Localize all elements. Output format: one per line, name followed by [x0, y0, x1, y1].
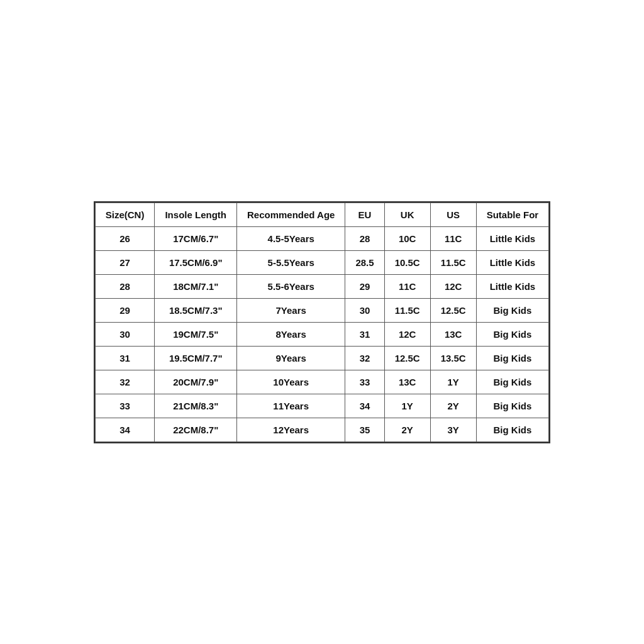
table-cell-7-0: 33	[95, 394, 155, 418]
table-cell-1-0: 27	[95, 250, 155, 274]
table-cell-4-0: 30	[95, 322, 155, 346]
table-cell-5-0: 31	[95, 346, 155, 370]
table-row: 3019CM/7.5"8Years3112C13CBig Kids	[95, 322, 548, 346]
table-row: 2617CM/6.7"4.5-5Years2810C11CLittle Kids	[95, 226, 548, 250]
table-cell-0-2: 4.5-5Years	[236, 226, 345, 250]
table-cell-6-1: 20CM/7.9"	[155, 370, 237, 394]
table-cell-4-5: 13C	[430, 322, 476, 346]
table-cell-8-5: 3Y	[430, 418, 476, 441]
table-row: 3321CM/8.3"11Years341Y2YBig Kids	[95, 394, 548, 418]
table-cell-2-0: 28	[95, 274, 155, 298]
table-cell-7-1: 21CM/8.3"	[155, 394, 237, 418]
column-header-5: US	[430, 203, 476, 226]
table-cell-7-6: Big Kids	[476, 394, 549, 418]
table-cell-1-3: 28.5	[345, 250, 384, 274]
table-cell-1-1: 17.5CM/6.9"	[155, 250, 237, 274]
table-cell-4-1: 19CM/7.5"	[155, 322, 237, 346]
table-row: 3220CM/7.9"10Years3313C1YBig Kids	[95, 370, 548, 394]
table-cell-3-5: 12.5C	[430, 298, 476, 322]
table-row: 2818CM/7.1"5.5-6Years2911C12CLittle Kids	[95, 274, 548, 298]
table-cell-1-4: 10.5C	[384, 250, 430, 274]
table-cell-2-6: Little Kids	[476, 274, 549, 298]
table-cell-4-6: Big Kids	[476, 322, 549, 346]
table-cell-6-4: 13C	[384, 370, 430, 394]
table-cell-4-2: 8Years	[236, 322, 345, 346]
table-header-row: Size(CN)Insole LengthRecommended AgeEUUK…	[95, 203, 548, 226]
table-cell-5-5: 13.5C	[430, 346, 476, 370]
table-cell-6-3: 33	[345, 370, 384, 394]
table-cell-6-5: 1Y	[430, 370, 476, 394]
table-cell-0-5: 11C	[430, 226, 476, 250]
table-cell-0-1: 17CM/6.7"	[155, 226, 237, 250]
table-row: 2918.5CM/7.3"7Years3011.5C12.5CBig Kids	[95, 298, 548, 322]
table-cell-1-2: 5-5.5Years	[236, 250, 345, 274]
size-chart-table: Size(CN)Insole LengthRecommended AgeEUUK…	[95, 203, 549, 442]
table-cell-4-4: 12C	[384, 322, 430, 346]
table-cell-3-2: 7Years	[236, 298, 345, 322]
size-chart-wrapper: Size(CN)Insole LengthRecommended AgeEUUK…	[94, 201, 550, 443]
table-cell-5-3: 32	[345, 346, 384, 370]
column-header-1: Insole Length	[155, 203, 237, 226]
table-cell-8-0: 34	[95, 418, 155, 441]
table-cell-3-3: 30	[345, 298, 384, 322]
column-header-6: Sutable For	[476, 203, 549, 226]
table-cell-0-0: 26	[95, 226, 155, 250]
table-cell-5-1: 19.5CM/7.7"	[155, 346, 237, 370]
table-cell-2-2: 5.5-6Years	[236, 274, 345, 298]
table-cell-5-2: 9Years	[236, 346, 345, 370]
table-cell-2-3: 29	[345, 274, 384, 298]
column-header-0: Size(CN)	[95, 203, 155, 226]
table-cell-8-3: 35	[345, 418, 384, 441]
table-cell-2-1: 18CM/7.1"	[155, 274, 237, 298]
table-cell-4-3: 31	[345, 322, 384, 346]
table-cell-5-6: Big Kids	[476, 346, 549, 370]
table-cell-2-5: 12C	[430, 274, 476, 298]
table-cell-8-4: 2Y	[384, 418, 430, 441]
table-cell-3-4: 11.5C	[384, 298, 430, 322]
column-header-4: UK	[384, 203, 430, 226]
table-cell-0-6: Little Kids	[476, 226, 549, 250]
table-cell-3-1: 18.5CM/7.3"	[155, 298, 237, 322]
table-cell-7-2: 11Years	[236, 394, 345, 418]
table-cell-8-1: 22CM/8.7"	[155, 418, 237, 441]
table-cell-2-4: 11C	[384, 274, 430, 298]
table-cell-8-2: 12Years	[236, 418, 345, 441]
table-row: 2717.5CM/6.9"5-5.5Years28.510.5C11.5CLit…	[95, 250, 548, 274]
table-row: 3422CM/8.7"12Years352Y3YBig Kids	[95, 418, 548, 441]
table-cell-7-5: 2Y	[430, 394, 476, 418]
table-cell-3-6: Big Kids	[476, 298, 549, 322]
table-row: 3119.5CM/7.7"9Years3212.5C13.5CBig Kids	[95, 346, 548, 370]
column-header-3: EU	[345, 203, 384, 226]
table-cell-6-6: Big Kids	[476, 370, 549, 394]
column-header-2: Recommended Age	[236, 203, 345, 226]
table-cell-7-4: 1Y	[384, 394, 430, 418]
table-cell-8-6: Big Kids	[476, 418, 549, 441]
table-cell-0-3: 28	[345, 226, 384, 250]
table-cell-6-2: 10Years	[236, 370, 345, 394]
table-cell-1-5: 11.5C	[430, 250, 476, 274]
table-cell-7-3: 34	[345, 394, 384, 418]
table-cell-0-4: 10C	[384, 226, 430, 250]
table-cell-3-0: 29	[95, 298, 155, 322]
table-cell-1-6: Little Kids	[476, 250, 549, 274]
table-cell-5-4: 12.5C	[384, 346, 430, 370]
table-cell-6-0: 32	[95, 370, 155, 394]
